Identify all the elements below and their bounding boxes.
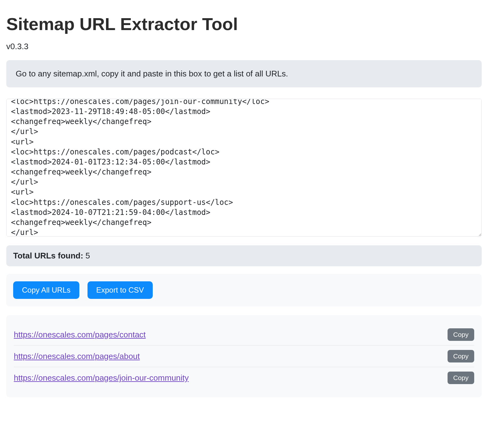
result-row: https://onescales.com/pages/about Copy	[14, 346, 474, 367]
total-urls-box: Total URLs found: 5	[6, 245, 482, 266]
result-url-link[interactable]: https://onescales.com/pages/about	[14, 352, 140, 361]
page-title: Sitemap URL Extractor Tool	[6, 14, 482, 34]
sitemap-xml-input[interactable]	[6, 99, 482, 237]
copy-url-button[interactable]: Copy	[448, 328, 474, 341]
instructions-box: Go to any sitemap.xml, copy it and paste…	[6, 60, 482, 87]
copy-url-button[interactable]: Copy	[448, 350, 474, 362]
copy-all-urls-button[interactable]: Copy All URLs	[13, 281, 79, 299]
result-row: https://onescales.com/pages/join-our-com…	[14, 367, 474, 388]
export-to-csv-button[interactable]: Export to CSV	[88, 281, 153, 299]
results-list: https://onescales.com/pages/contact Copy…	[6, 315, 482, 397]
result-url-link[interactable]: https://onescales.com/pages/join-our-com…	[14, 373, 189, 383]
actions-bar: Copy All URLs Export to CSV	[6, 274, 482, 306]
result-url-link[interactable]: https://onescales.com/pages/contact	[14, 330, 146, 340]
copy-url-button[interactable]: Copy	[448, 372, 474, 384]
result-row: https://onescales.com/pages/contact Copy	[14, 324, 474, 346]
total-urls-label: Total URLs found:	[13, 251, 86, 260]
version-label: v0.3.3	[6, 42, 482, 51]
total-urls-count: 5	[86, 251, 90, 260]
